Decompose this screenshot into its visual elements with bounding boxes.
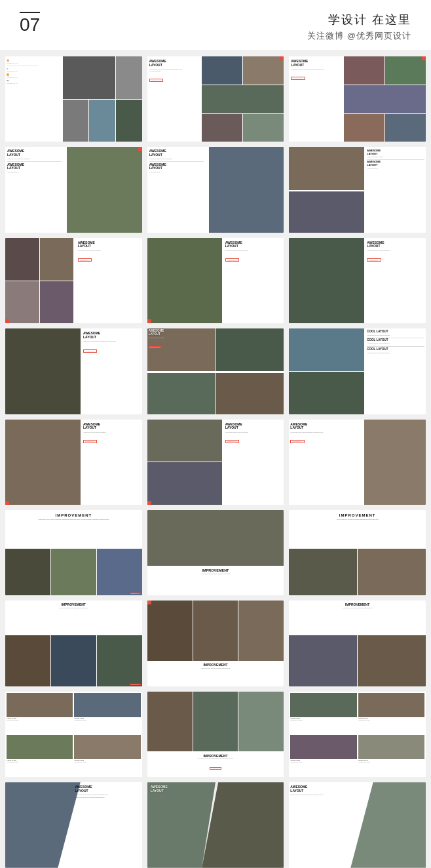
slide-4-2[interactable]: AWESOMELAYOUT Lorem ipsum dolor sit amet… <box>147 328 284 414</box>
slide-4-1[interactable]: AWESOMELAYOUT Lorem ipsum dolor sit amet… <box>5 328 142 414</box>
page-header: 07 学设计 在这里 关注微博 @优秀网页设计 <box>0 0 431 50</box>
slide-9-2[interactable]: AWESOMELAYOUT <box>147 782 284 867</box>
slide-1-1[interactable]: 🔒 WINTER QUALITY Lorem ipsum dolor sit a… <box>5 56 142 142</box>
slide-5-1[interactable]: AWESOMELAYOUT Lorem ipsum dolor sit amet… <box>5 420 142 505</box>
slide-9-1[interactable]: AWESOMELAYOUT Lorem ipsum dolor sit amet… <box>5 782 142 867</box>
header-title: 学设计 在这里 <box>307 12 411 28</box>
header-right: 学设计 在这里 关注微博 @优秀网页设计 <box>307 12 411 42</box>
slide-7-2[interactable]: IMPROVEMENT Lorem ipsum dolor sit amet c… <box>147 601 284 686</box>
slide-6-2[interactable]: IMPROVEMENT Lorem ipsum dolor sit amet c… <box>147 510 284 595</box>
slide-3-2[interactable]: AWESOMELAYOUT Lorem ipsum dolor sit amet… <box>147 238 284 323</box>
slide-6-1[interactable]: IMPROVEMENT Lorem ipsum dolor sit amet c… <box>5 510 142 595</box>
slide-7-1[interactable]: IMPROVEMENT Lorem ipsum dolor sit amet c… <box>5 601 142 686</box>
slide-9-3[interactable]: AWESOMELAYOUT Lorem ipsum dolor sit amet… <box>289 782 426 867</box>
slide-7-3[interactable]: IMPROVEMENT Lorem ipsum dolor sit amet c… <box>289 601 426 686</box>
slide-5-3[interactable]: AWESOMELAYOUT Lorem ipsum dolor sit amet… <box>289 420 426 505</box>
header-subtitle: 关注微博 @优秀网页设计 <box>307 30 411 42</box>
slide-2-3[interactable]: AWESOMELAYOUT Lorem ipsum dolor sit amet… <box>289 147 426 232</box>
slides-grid: 🔒 WINTER QUALITY Lorem ipsum dolor sit a… <box>0 50 431 868</box>
slide-8-1[interactable]: YOUR TITLE Lorem ipsum dolor sit amet YO… <box>5 692 142 777</box>
slide-3-1[interactable]: AWESOMELAYOUT Lorem ipsum dolor sit amet… <box>5 238 142 323</box>
slide-5-2[interactable]: AWESOMELAYOUT Lorem ipsum dolor sit amet… <box>147 420 284 505</box>
slide-4-3[interactable]: COOL LAYOUT Lorem ipsum dolor sit amet c… <box>289 328 426 414</box>
page-number: 07 <box>20 12 40 34</box>
slide-1-3[interactable]: AWESOMELAYOUT Lorem ipsum dolor sit amet… <box>289 56 426 142</box>
slide-2-1[interactable]: AWESOMELAYOUT Lorem ipsum dolor sit amet… <box>5 147 142 232</box>
slide-8-3[interactable]: YOUR TITLE Lorem ipsum dolor sit amet YO… <box>289 692 426 777</box>
slide-6-3[interactable]: IMPROVEMENT Lorem ipsum dolor sit amet c… <box>289 510 426 595</box>
slide-8-2[interactable]: IMPROVEMENT Lorem ipsum dolor sit amet c… <box>147 692 284 777</box>
slide-3-3[interactable]: AWESOMELAYOUT Lorem ipsum dolor sit amet… <box>289 238 426 323</box>
slide-1-2[interactable]: AWESOMELAYOUT Lorem ipsum dolor sit amet… <box>147 56 284 142</box>
slide-2-2[interactable]: AWESOMELAYOUT Lorem ipsum dolor sit amet… <box>147 147 284 232</box>
